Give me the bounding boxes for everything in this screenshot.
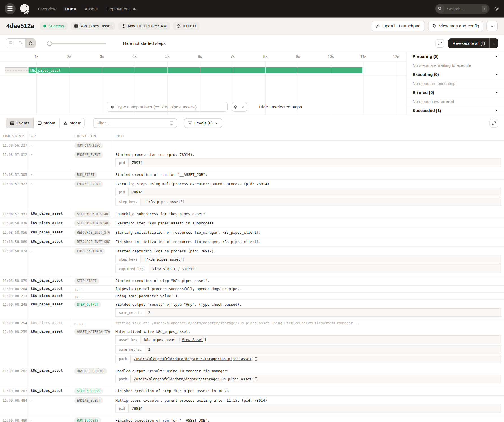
graph-query-toggle[interactable] [232,102,247,111]
copy-icon[interactable] [254,377,258,381]
column-header-info: INFO [112,131,504,140]
slider-knob[interactable] [47,41,52,46]
metadata-link[interactable]: /Users/alangenfeld/data/dagster/storage/… [134,357,252,361]
event-row: 11:08:58.074-LOGS_CAPTUREDStarted captur… [0,247,504,276]
dagster-logo-icon[interactable] [19,3,30,14]
event-type-chip: RESOURCE_INIT_SUCC… [74,239,110,245]
event-op: - [27,247,71,276]
checkbox-icon[interactable] [251,104,256,109]
view-flat-icon[interactable] [6,39,16,48]
status-section-executing[interactable]: Executing (0) [407,70,504,79]
hide-unselected-checkbox[interactable]: Hide unselected steps [251,104,302,109]
job-badge[interactable]: k8s_pipes_asset [71,22,115,30]
run-actions-dropdown-button[interactable] [486,21,498,31]
gantt-gridline [69,61,69,115]
settings-gear-icon[interactable] [494,6,499,11]
metadata-value: 78914 [129,159,501,167]
event-type-label: DEBUG [74,322,84,326]
gantt-gridline [233,61,233,115]
clear-filter-icon[interactable] [170,121,174,125]
log-toolbar: Eventsstdoutstderr Levels (6) [0,115,504,131]
step-subset-input[interactable] [117,104,224,109]
nav-item-assets[interactable]: Assets [85,6,98,11]
event-type-chip: HANDLED_OUTPUT [74,368,107,374]
metadata-link[interactable]: /Users/alangenfeld/data/dagster/storage/… [134,377,252,381]
event-timestamp: 11:09:08.484 [0,396,27,416]
metadata-link[interactable]: View Asset [182,338,203,342]
event-info-cell: Multiprocess executor: parent process ex… [112,396,504,416]
event-type-cell: DEBUG [71,320,112,327]
event-op: k8s_pipes_asset [27,386,71,395]
menu-icon[interactable] [5,3,16,14]
reexecute-dropdown-button[interactable] [490,38,498,48]
tab-label: stdout [44,121,55,125]
event-type-chip: STEP_OUTPUT [74,301,101,308]
search-box[interactable]: / [435,4,489,14]
gantt-step-bar[interactable]: k8s_pipes_asset [29,67,362,73]
nav-item-deployment[interactable]: Deployment [107,6,136,11]
nav-item-label: Deployment [107,6,130,11]
event-message: Writing file at: /Users/alangenfeld/data… [115,321,501,326]
event-type-cell: RESOURCE_INIT_STAR… [71,228,112,237]
levels-dropdown-button[interactable]: Levels (6) [184,118,222,128]
status-section-preparing[interactable]: Preparing (0) [407,52,504,61]
metadata-text: 78914 [132,406,143,410]
open-in-launchpad-button[interactable]: Open in Launchpad [372,21,425,31]
metadata-value: 2 [145,309,501,316]
log-filter-input[interactable] [96,121,168,125]
event-message: Using some_parameter value: 1 [115,294,501,299]
view-tags-config-button[interactable]: View tags and config [428,21,483,31]
nav-item-label: Assets [85,6,98,11]
view-waterfall-icon[interactable] [16,39,25,48]
event-info-cell: Yielded output "result" of type "Any". (… [112,300,504,320]
copy-icon[interactable] [254,357,258,361]
hide-not-started-checkbox[interactable]: Hide not started steps [115,41,166,46]
tab-events[interactable]: Events [6,118,33,128]
tab-stdout[interactable]: stdout [33,118,59,128]
metadata-text[interactable]: View stdout / stderr [152,267,195,271]
nav-item-runs[interactable]: Runs [65,6,76,11]
gantt-fullscreen-button[interactable] [435,39,444,48]
event-type-chip: STEP_WORKER_STARTED [74,220,110,226]
metadata-value: /Users/alangenfeld/data/dagster/storage/… [131,375,501,383]
event-type-cell: INFO [71,293,112,299]
log-filter-box[interactable] [93,118,177,128]
slider-track[interactable] [47,43,106,44]
event-type-cell: RUN_SUCCESS [71,416,112,422]
status-dot-icon [43,25,46,27]
event-type-cell: RUN_STARTING [71,141,112,150]
view-timing-icon[interactable] [25,39,35,48]
metadata-entry: captured_logsView stdout / stderr [115,265,501,273]
event-op: - [27,170,71,179]
search-input[interactable] [445,6,482,11]
log-fullscreen-button[interactable] [490,119,498,127]
chevron-up-icon[interactable] [239,102,247,111]
event-message: Finished execution of step "k8s_pipes_as… [115,389,501,393]
metadata-key: path [116,375,131,383]
log-tabs: Eventsstdoutstderr [6,118,85,128]
checkbox-icon[interactable] [115,41,120,46]
warning-triangle-icon [63,121,68,125]
reexecute-all-button[interactable]: Re-execute all (*) [448,38,498,48]
event-row: 11:08:57.305-RUN_STARTStarted execution … [0,170,504,180]
step-status-panel: Preparing (0)No steps are waiting to exe… [407,52,504,115]
event-info-cell: Using some_parameter value: 1 [112,293,504,299]
event-row: 11:08:57.012-ENGINE_EVENTStarted process… [0,150,504,170]
gantt-zoom-slider[interactable] [47,41,106,46]
metadata-key: path [116,355,131,363]
event-row: 11:09:08.287k8s_pipes_assetSTEP_SUCCESSF… [0,386,504,396]
nav-item-overview[interactable]: Overview [38,6,56,11]
status-section-succeeded[interactable]: Succeeded (1) [407,106,504,115]
event-message: Started execution of step "k8s_pipes_ass… [115,279,501,283]
event-row: 11:08:58.060k8s_pipes_assetRESOURCE_INIT… [0,237,504,247]
metadata-value: 78914 [129,188,501,196]
metadata-key: some_metric [116,346,145,353]
status-section-errored[interactable]: Errored (0) [407,88,504,97]
event-type-chip: LOGS_CAPTURED [74,248,105,254]
tab-stderr[interactable]: stderr [59,118,84,128]
gantt-axis-tick: 2s [67,54,71,59]
metadata-value: k8s_pipes_asset [View Asset] [141,336,501,343]
event-timestamp: 11:08:57.327 [0,180,27,209]
gantt-gridline [298,61,298,115]
metadata-key: pid [116,188,129,196]
